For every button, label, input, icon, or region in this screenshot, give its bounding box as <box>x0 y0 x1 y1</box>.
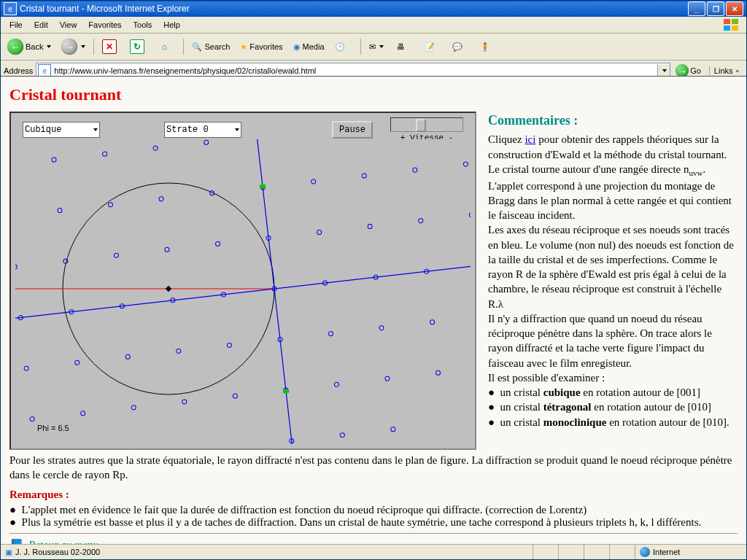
svg-point-10 <box>52 158 57 163</box>
messenger-icon: 🧍 <box>480 42 490 52</box>
search-button[interactable]: 🔍Search <box>188 37 233 56</box>
status-text: J. J. Rousseau 02-2000 <box>15 548 100 556</box>
favorites-button[interactable]: ★Favorites <box>236 37 286 56</box>
separator <box>183 39 184 55</box>
links-button[interactable]: Links» <box>709 66 743 75</box>
svg-point-48 <box>24 366 29 371</box>
text: uvw <box>689 168 703 177</box>
text: en rotation autour de [010]. <box>606 416 729 428</box>
media-icon: ◉ <box>293 42 301 52</box>
mail-button[interactable]: ✉ <box>365 37 390 56</box>
pause-button[interactable]: Pause <box>332 121 373 139</box>
menu-edit[interactable]: Edit <box>28 19 54 31</box>
text: Cliquez <box>488 133 525 145</box>
forward-button[interactable]: → <box>58 37 89 56</box>
star-icon: ★ <box>240 42 247 52</box>
close-button[interactable]: ✕ <box>726 1 743 16</box>
search-label: Search <box>204 42 230 51</box>
svg-point-28 <box>15 265 18 270</box>
svg-point-50 <box>125 354 131 359</box>
text: cubique <box>543 386 581 398</box>
status-bar: ▣ J. J. Rousseau 02-2000 Internet <box>1 544 746 559</box>
print-button[interactable]: 🖶 <box>393 37 418 56</box>
svg-point-61 <box>182 400 187 405</box>
globe-icon <box>640 547 650 557</box>
svg-point-66 <box>436 370 441 376</box>
svg-point-65 <box>385 376 390 381</box>
text: Il est possible d'examiner : <box>488 370 738 385</box>
menu-file[interactable]: File <box>4 19 28 31</box>
edit-button[interactable]: 📝 <box>421 37 446 56</box>
text: en rotation autour de [010] <box>592 401 712 413</box>
address-input[interactable] <box>53 66 657 75</box>
svg-point-11 <box>102 152 107 157</box>
stop-button[interactable]: ✕ <box>98 37 123 56</box>
svg-point-62 <box>233 394 238 399</box>
minimize-button[interactable]: _ <box>688 1 705 16</box>
remarks-heading: Remarques : <box>9 489 738 501</box>
status-cell <box>559 545 584 559</box>
menu-help[interactable]: Help <box>158 19 186 31</box>
home-button[interactable]: ⌂ <box>154 37 179 56</box>
menu-view[interactable]: View <box>54 19 83 31</box>
separator <box>93 39 94 55</box>
overflow-text: Pour les strates autres que la strate éq… <box>9 453 738 483</box>
svg-point-36 <box>418 218 423 223</box>
svg-point-19 <box>58 208 63 213</box>
remarks-panel: Remarques : ● L'applet met en évidence l… <box>9 489 738 529</box>
svg-rect-1 <box>732 19 738 24</box>
svg-point-21 <box>159 196 164 201</box>
zone-text: Internet <box>653 548 680 556</box>
window-title: Cristal tournant - Microsoft Internet Ex… <box>20 4 686 14</box>
chevron-down-icon <box>379 45 384 48</box>
back-button[interactable]: ←Back <box>4 37 55 56</box>
menu-tools[interactable]: Tools <box>128 19 158 31</box>
history-icon: 🕑 <box>335 42 345 52</box>
svg-point-31 <box>165 247 170 252</box>
refresh-button[interactable]: ↻ <box>126 37 151 56</box>
theory-link[interactable]: ici <box>525 133 535 145</box>
system-select-value: Cubique <box>25 125 61 135</box>
svg-rect-3 <box>732 26 738 31</box>
messenger-button[interactable]: 🧍 <box>476 37 501 56</box>
toolbar: ←Back → ✕ ↻ ⌂ 🔍Search ★Favorites ◉Media … <box>1 34 746 61</box>
svg-point-24 <box>311 179 316 184</box>
discuss-icon: 💬 <box>452 42 462 52</box>
svg-point-13 <box>204 140 209 145</box>
text: un cristal <box>500 401 543 413</box>
svg-point-73 <box>340 432 345 438</box>
chevron-down-icon <box>47 45 51 48</box>
svg-point-64 <box>334 382 339 387</box>
svg-point-59 <box>80 411 85 416</box>
chevron-down-icon <box>81 45 85 48</box>
svg-point-51 <box>177 349 182 354</box>
edit-icon: 📝 <box>425 42 435 52</box>
svg-rect-76 <box>283 389 290 394</box>
menu-favorites[interactable]: Favorites <box>82 19 127 31</box>
text: un cristal <box>500 416 543 428</box>
phi-readout: Phi = 6.5 <box>37 424 69 432</box>
svg-point-54 <box>328 331 333 336</box>
discuss-button[interactable]: 💬 <box>449 37 473 56</box>
separator <box>360 39 361 55</box>
page-icon: ▣ <box>5 548 12 557</box>
svg-point-74 <box>391 427 396 432</box>
svg-point-32 <box>215 241 220 246</box>
media-label: Media <box>303 42 325 51</box>
svg-point-49 <box>74 360 80 365</box>
system-select[interactable]: Cubique <box>23 122 100 138</box>
strate-select[interactable]: Strate 0 <box>164 122 241 138</box>
favorites-label: Favorites <box>249 42 282 51</box>
svg-point-37 <box>469 212 471 217</box>
svg-point-30 <box>114 253 119 258</box>
speed-slider[interactable]: + Vitesse - <box>390 117 463 142</box>
status-cell <box>584 545 610 559</box>
text: Les axes du réseau réciproque et ses noe… <box>488 222 738 311</box>
maximize-button[interactable]: ❐ <box>707 1 724 16</box>
history-button[interactable]: 🕑 <box>331 37 356 56</box>
svg-point-60 <box>131 405 136 411</box>
svg-point-12 <box>153 146 158 151</box>
search-icon: 🔍 <box>192 42 202 52</box>
media-button[interactable]: ◉Media <box>290 37 328 56</box>
content-viewport[interactable]: Cristal tournant Cubique Strate 0 Pause … <box>1 76 746 545</box>
